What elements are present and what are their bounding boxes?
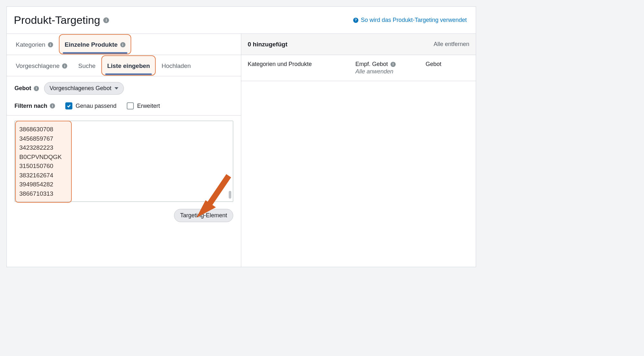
tab-search-label: Suche bbox=[78, 62, 96, 70]
info-icon[interactable]: i bbox=[48, 42, 53, 47]
tab-search[interactable]: Suche bbox=[73, 56, 101, 75]
added-header: 0 hinzugefügt Alle entfernen bbox=[241, 34, 476, 55]
bid-row: Gebot i Vorgeschlagenes Gebot bbox=[7, 76, 241, 100]
col-categories-label: Kategorien und Produkte bbox=[248, 61, 312, 67]
col-recommended-bid: Empf. Gebot i Alle anwenden bbox=[355, 61, 418, 75]
tab-categories[interactable]: Kategorien i bbox=[11, 35, 58, 54]
scrollbar-thumb[interactable] bbox=[229, 191, 231, 199]
info-icon[interactable]: i bbox=[120, 42, 125, 47]
tab-enter-list-label: Liste eingeben bbox=[107, 62, 150, 70]
checkbox-box bbox=[65, 102, 72, 109]
chevron-down-icon bbox=[115, 87, 118, 89]
bid-dropdown[interactable]: Vorgeschlagenes Gebot bbox=[44, 82, 124, 95]
primary-tabs: Kategorien i Einzelne Produkte i bbox=[7, 34, 241, 55]
checkbox-expanded-label: Erweitert bbox=[137, 103, 160, 109]
tab-upload-label: Hochladen bbox=[161, 62, 191, 70]
info-icon[interactable]: i bbox=[50, 103, 55, 108]
tab-suggested-label: Vorgeschlagene bbox=[16, 62, 60, 70]
checkbox-exact[interactable]: Genau passend bbox=[65, 102, 116, 109]
bid-label-text: Gebot bbox=[14, 85, 31, 92]
asin-textarea-wrap bbox=[7, 116, 241, 206]
highlight-individual-tab: Einzelne Produkte i bbox=[59, 34, 131, 54]
bid-dropdown-value: Vorgeschlagenes Gebot bbox=[50, 85, 111, 92]
page-title-text: Produkt-Targeting bbox=[14, 14, 100, 26]
highlight-enter-list-tab: Liste eingeben bbox=[101, 55, 156, 76]
added-count: 0 hinzugefügt bbox=[248, 41, 287, 48]
col-categories-products: Kategorien und Produkte bbox=[248, 61, 348, 75]
panel-body: Kategorien i Einzelne Produkte i Vorgesc… bbox=[7, 34, 476, 267]
tab-upload[interactable]: Hochladen bbox=[156, 56, 196, 75]
checkbox-box bbox=[127, 102, 134, 109]
filter-label: Filtern nach i bbox=[14, 103, 55, 109]
info-icon[interactable]: i bbox=[62, 63, 67, 69]
help-icon: ? bbox=[353, 18, 358, 23]
page-title: Produkt-Targeting i bbox=[14, 14, 109, 26]
help-link-text: So wird das Produkt-Targeting verwendet bbox=[361, 17, 467, 23]
panel-header: Produkt-Targeting i ? So wird das Produk… bbox=[7, 7, 476, 34]
secondary-tabs: Vorgeschlagene i Suche Liste eingeben Ho… bbox=[7, 55, 241, 76]
check-icon bbox=[67, 104, 71, 108]
tab-suggested[interactable]: Vorgeschlagene i bbox=[11, 56, 72, 75]
product-targeting-panel: Produkt-Targeting i ? So wird das Produk… bbox=[6, 6, 476, 267]
checkbox-expanded[interactable]: Erweitert bbox=[127, 102, 160, 109]
help-link[interactable]: ? So wird das Produkt-Targeting verwende… bbox=[353, 17, 467, 23]
bid-label: Gebot i bbox=[14, 85, 39, 92]
targeting-element-button[interactable]: Targeting-Element bbox=[174, 209, 233, 222]
added-columns-header: Kategorien und Produkte Empf. Gebot i Al… bbox=[241, 55, 476, 81]
info-icon[interactable]: i bbox=[34, 86, 39, 91]
filter-label-text: Filtern nach bbox=[14, 103, 47, 109]
col-bid: Gebot bbox=[426, 61, 469, 75]
col-bid-label: Gebot bbox=[426, 61, 441, 67]
right-column: 0 hinzugefügt Alle entfernen Kategorien … bbox=[241, 34, 476, 267]
tab-enter-list[interactable]: Liste eingeben bbox=[102, 56, 155, 75]
checkbox-exact-label: Genau passend bbox=[76, 103, 116, 109]
remove-all-button[interactable]: Alle entfernen bbox=[434, 41, 469, 48]
col-rec-bid-label: Empf. Gebot bbox=[355, 61, 388, 68]
asin-textarea[interactable] bbox=[14, 121, 233, 202]
info-icon[interactable]: i bbox=[103, 17, 109, 23]
filter-row: Filtern nach i Genau passend Erweitert bbox=[7, 100, 241, 116]
apply-all-link[interactable]: Alle anwenden bbox=[355, 68, 418, 75]
info-icon[interactable]: i bbox=[391, 62, 396, 67]
left-column: Kategorien i Einzelne Produkte i Vorgesc… bbox=[7, 34, 241, 267]
tab-categories-label: Kategorien bbox=[16, 41, 45, 48]
tab-individual-label: Einzelne Produkte bbox=[65, 41, 118, 48]
tab-individual-products[interactable]: Einzelne Produkte i bbox=[60, 35, 131, 54]
button-row: Targeting-Element bbox=[7, 206, 241, 229]
